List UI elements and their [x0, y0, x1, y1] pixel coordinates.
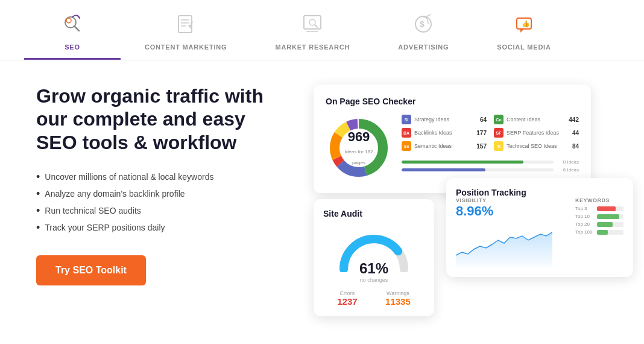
prog-row-2: 6 Ideas [402, 167, 579, 173]
tab-market-research[interactable]: MARKET RESEARCH [251, 0, 374, 60]
gauge-container: 61% no changes [323, 227, 425, 283]
position-tracking-title: Position Tracking [456, 188, 623, 197]
warnings-value: 11335 [385, 296, 411, 307]
tab-social-media[interactable]: 👍 SOCIAL MEDIA [473, 0, 575, 60]
svg-point-2 [66, 18, 71, 23]
prog-label-2: 6 Ideas [557, 167, 579, 173]
seo-checker-card: On Page SEO Checker [314, 84, 591, 193]
tab-seo[interactable]: SEO [24, 0, 121, 60]
stat-row-serp: SF SERP Features Ideas 44 [494, 128, 579, 138]
value-technical: 84 [572, 143, 579, 150]
stat-row-strategy: SI Strategy Ideas 64 [402, 115, 487, 124]
svg-line-1 [74, 26, 79, 31]
advertising-icon: $ [410, 11, 437, 37]
errors-label: Errors [337, 290, 357, 296]
svg-line-10 [315, 25, 317, 27]
feature-item-2: Analyze any domain's backlink profile [36, 185, 289, 202]
kw-row-top20: Top 20 [575, 221, 623, 227]
seo-checker-title: On Page SEO Checker [326, 97, 579, 106]
label-technical: Technical SEO Ideas [507, 143, 569, 149]
svg-text:$: $ [420, 19, 425, 29]
seo-icon [59, 11, 86, 37]
cta-button[interactable]: Try SEO Toolkit [36, 255, 146, 285]
progress-bars: 8 Ideas 6 Ideas [402, 159, 579, 175]
right-panel: On Page SEO Checker [314, 84, 608, 314]
audit-stats: Errors 1237 Warnings 11335 [323, 290, 425, 307]
mini-chart [456, 219, 569, 267]
position-section: Visibility 8.96% [456, 197, 623, 267]
audit-errors: Errors 1237 [337, 290, 357, 307]
kw-fill-top10 [597, 214, 619, 219]
kw-label-top100: Top 100 [575, 229, 595, 235]
kw-row-top3: Top 3 [575, 206, 623, 211]
tab-content-marketing[interactable]: CONTENT MARKETING [121, 0, 251, 60]
feature-list: Uncover millions of national & local key… [36, 168, 289, 236]
kw-fill-top3 [597, 206, 616, 211]
seo-stats-grid: SI Strategy Ideas 64 Co Content Ideas 44… [402, 115, 579, 175]
donut-sub: Ideas for 182 pages [345, 149, 373, 165]
donut-number: 969 [343, 129, 376, 145]
stat-row-semantic: Se Semantic Ideas 157 [402, 141, 487, 151]
tab-social-media-label: SOCIAL MEDIA [497, 43, 551, 51]
badge-content: Co [494, 115, 504, 124]
prog-row-1: 8 Ideas [402, 159, 579, 165]
prog-label-1: 8 Ideas [557, 159, 579, 165]
errors-value: 1237 [337, 296, 357, 307]
value-backlinks: 177 [476, 130, 487, 136]
tab-seo-label: SEO [65, 43, 80, 51]
prog-fill-1 [402, 161, 523, 164]
badge-serp: SF [494, 128, 504, 138]
tab-market-research-label: MARKET RESEARCH [275, 43, 350, 51]
social-media-icon: 👍 [511, 11, 537, 37]
tab-advertising-label: ADVERTISING [398, 43, 449, 51]
kw-fill-top20 [597, 222, 613, 227]
keywords-panel: Keywords Top 3 Top 10 Top 2 [575, 197, 623, 267]
value-strategy: 64 [480, 116, 487, 123]
value-serp: 44 [572, 130, 579, 136]
badge-technical: Ti [494, 141, 504, 151]
stat-row-backlinks: BA Backlinks Ideas 177 [402, 128, 487, 138]
gauge-number: 61% [359, 260, 388, 277]
label-semantic: Semantic Ideas [414, 143, 473, 149]
left-panel: Grow organic traffic with our complete a… [36, 84, 289, 285]
kw-row-top100: Top 100 [575, 229, 623, 235]
label-content: Content Ideas [507, 116, 566, 123]
site-audit-title: Site Audit [323, 209, 425, 218]
warnings-label: Warnings [385, 290, 411, 296]
visibility-value: 8.96% [456, 203, 569, 219]
svg-text:👍: 👍 [522, 19, 530, 28]
donut-chart: 969 Ideas for 182 pages [326, 115, 392, 181]
position-tracking-card: Position Tracking Visibility 8.96% [446, 178, 633, 277]
kw-label-top3: Top 3 [575, 206, 595, 211]
badge-backlinks: BA [402, 128, 411, 138]
feature-item-1: Uncover millions of national & local key… [36, 168, 289, 185]
label-strategy: Strategy Ideas [414, 116, 477, 123]
audit-warnings: Warnings 11335 [385, 290, 411, 307]
market-research-icon [299, 11, 326, 37]
nav-tabs: SEO CONTENT MARKETING MARKET RESEA [0, 0, 644, 60]
value-content: 442 [569, 116, 579, 123]
label-serp: SERP Features Ideas [507, 130, 569, 136]
value-semantic: 157 [476, 143, 487, 150]
headline: Grow organic traffic with our complete a… [36, 84, 289, 154]
kw-fill-top100 [597, 230, 608, 235]
kw-row-top10: Top 10 [575, 214, 623, 219]
svg-line-14 [426, 14, 431, 17]
kw-label-top20: Top 20 [575, 221, 595, 227]
content-marketing-icon [172, 11, 199, 37]
badge-strategy: SI [402, 115, 411, 124]
feature-item-4: Track your SERP positions daily [36, 219, 289, 236]
stat-row-technical: Ti Technical SEO Ideas 84 [494, 141, 579, 151]
visibility-label: Visibility [456, 197, 569, 203]
site-audit-card: Site Audit 61% no changes Errors 1237 Wa… [314, 199, 434, 316]
kw-label-top10: Top 10 [575, 214, 595, 219]
label-backlinks: Backlinks Ideas [414, 130, 473, 136]
svg-rect-3 [178, 16, 192, 33]
stat-row-content: Co Content Ideas 442 [494, 115, 579, 124]
tab-advertising[interactable]: $ ADVERTISING [374, 0, 473, 60]
feature-item-3: Run technical SEO audits [36, 202, 289, 219]
badge-semantic: Se [402, 141, 411, 151]
prog-fill-2 [402, 168, 485, 171]
main-content: Grow organic traffic with our complete a… [0, 60, 644, 326]
keywords-title: Keywords [575, 197, 623, 203]
